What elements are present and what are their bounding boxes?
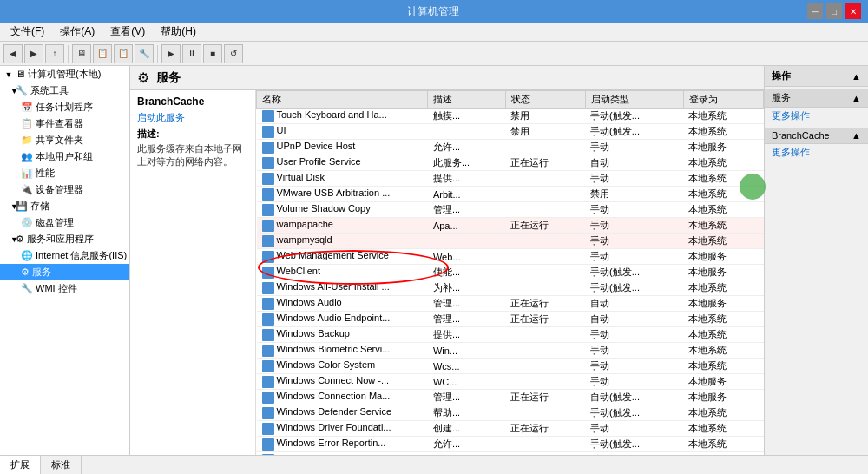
tab-extended[interactable]: 扩展: [0, 456, 41, 474]
table-row[interactable]: Windows Biometric Servi...Win...手动本地系统: [257, 343, 764, 359]
service-startup: 手动: [585, 218, 683, 234]
table-row[interactable]: Windows Connect Now -...WC...手动本地服务: [257, 374, 764, 390]
tab-standard[interactable]: 标准: [41, 456, 82, 474]
table-row[interactable]: Windows Event Collector此服务...手动网络服务: [257, 452, 764, 456]
up-button[interactable]: ↑: [45, 44, 64, 63]
service-status: [505, 265, 585, 280]
col-name[interactable]: 名称: [257, 91, 428, 109]
tree-item-device-manager[interactable]: 🔌 设备管理器: [0, 181, 129, 198]
maximize-button[interactable]: □: [826, 3, 842, 19]
table-row[interactable]: Windows Driver Foundati...创建...正在运行手动本地系…: [257, 421, 764, 437]
menu-help[interactable]: 帮助(H): [154, 23, 203, 41]
menu-bar: 文件(F) 操作(A) 查看(V) 帮助(H): [0, 23, 868, 42]
service-startup: 手动: [585, 140, 683, 155]
service-name: UPnP Device Host: [257, 140, 428, 155]
play-button[interactable]: ▶: [161, 44, 181, 63]
minimize-button[interactable]: ─: [807, 3, 823, 19]
table-row[interactable]: WebClient使能...手动(触发...本地服务: [257, 265, 764, 280]
service-desc: 允许...: [428, 437, 505, 452]
close-button[interactable]: ✕: [845, 3, 861, 19]
service-name: Windows Biometric Servi...: [257, 343, 428, 359]
menu-view[interactable]: 查看(V): [103, 23, 152, 41]
tree-item-iis[interactable]: 🌐 Internet 信息服务(IIS): [0, 247, 129, 264]
service-desc: 此服务...: [428, 452, 505, 456]
back-button[interactable]: ◀: [3, 44, 23, 63]
tree-item-system-tools[interactable]: ▼ 🔧 系统工具: [0, 82, 129, 99]
service-desc: 允许...: [428, 140, 505, 155]
ops-chevron: ▲: [852, 71, 861, 82]
stop-button[interactable]: ■: [203, 44, 222, 63]
more-ops-link[interactable]: 更多操作: [765, 108, 868, 124]
service-icon: [262, 235, 274, 247]
tree-label: 🔧 WMI 控件: [21, 282, 77, 295]
table-row[interactable]: Windows Color SystemWcs...手动本地系统: [257, 359, 764, 374]
restart-button[interactable]: ↺: [224, 44, 243, 63]
table-row[interactable]: VMware USB Arbitration ...Arbit...禁用本地系统: [257, 187, 764, 202]
service-name: Volume Shadow Copy: [257, 202, 428, 218]
show-hide-button[interactable]: 🖥: [72, 44, 91, 63]
table-row[interactable]: Volume Shadow Copy管理...手动本地系统: [257, 202, 764, 218]
service-status: [505, 280, 585, 296]
toolbar-btn-4[interactable]: 🔧: [135, 44, 154, 63]
tree-item-services-apps[interactable]: ▼ ⚙ 服务和应用程序: [0, 231, 129, 247]
tree-item-local-users[interactable]: 👥 本地用户和组: [0, 148, 129, 165]
table-row[interactable]: Windows Backup提供...手动本地系统: [257, 327, 764, 343]
table-row[interactable]: Windows Error Reportin...允许...手动(触发...本地…: [257, 437, 764, 452]
tree-item-disk-management[interactable]: 💿 磁盘管理: [0, 214, 129, 231]
tree-item-shared-folders[interactable]: 📁 共享文件夹: [0, 132, 129, 148]
more-ops-link-2[interactable]: 更多操作: [765, 144, 868, 161]
toolbar-btn-2[interactable]: 📋: [93, 44, 112, 63]
col-status[interactable]: 状态: [505, 91, 585, 109]
col-login[interactable]: 登录为: [683, 91, 763, 109]
service-icon: [262, 376, 274, 388]
table-row[interactable]: Windows Audio管理...正在运行自动本地服务: [257, 296, 764, 312]
pause-button[interactable]: ⏸: [182, 44, 201, 63]
tree-item-storage[interactable]: ▼ 💾 存储: [0, 198, 129, 214]
tree-item-computer[interactable]: ▼ 🖥 计算机管理(本地): [0, 66, 129, 82]
menu-action[interactable]: 操作(A): [53, 23, 102, 41]
service-desc: WC...: [428, 374, 505, 390]
service-icon: [262, 282, 274, 294]
table-row[interactable]: Web Management ServiceWeb...手动本地服务: [257, 249, 764, 265]
table-row[interactable]: Windows Defender Service帮助...手动(触发...本地系…: [257, 405, 764, 421]
table-row[interactable]: User Profile Service此服务...正在运行自动本地系统: [257, 155, 764, 171]
table-row[interactable]: Windows All-User Install ...为补...手动(触发..…: [257, 280, 764, 296]
service-startup: 自动: [585, 296, 683, 312]
col-startup[interactable]: 启动类型: [585, 91, 683, 109]
table-row[interactable]: wampapacheApa...正在运行手动本地系统: [257, 218, 764, 234]
service-desc: Arbit...: [428, 187, 505, 202]
tree-item-event-viewer[interactable]: 📋 事件查看器: [0, 115, 129, 132]
table-row[interactable]: Touch Keyboard and Ha...触摸...禁用手动(触发...本…: [257, 109, 764, 124]
table-row[interactable]: Virtual Disk提供...手动本地系统: [257, 171, 764, 187]
service-status: 正在运行: [505, 421, 585, 437]
tree-item-services[interactable]: ⚙ 服务: [0, 264, 129, 280]
service-status: 正在运行: [505, 155, 585, 171]
forward-button[interactable]: ▶: [24, 44, 43, 63]
service-status: 正在运行: [505, 218, 585, 234]
tree-item-performance[interactable]: 📊 性能: [0, 165, 129, 181]
table-row[interactable]: UI_禁用手动(触发...本地系统: [257, 124, 764, 140]
service-desc: [428, 234, 505, 249]
table-row[interactable]: Windows Connection Ma...管理...正在运行自动(触发..…: [257, 390, 764, 405]
status-bar: 扩展 标准: [0, 455, 868, 474]
table-row[interactable]: UPnP Device Host允许...手动本地服务: [257, 140, 764, 155]
service-startup: 手动(触发...: [585, 124, 683, 140]
menu-file[interactable]: 文件(F): [3, 23, 51, 41]
col-desc[interactable]: 描述: [428, 91, 505, 109]
table-row[interactable]: Windows Audio Endpoint...管理...正在运行自动本地系统: [257, 312, 764, 327]
service-icon: [262, 392, 274, 404]
service-login: 本地系统: [683, 343, 763, 359]
service-login: 本地系统: [683, 280, 763, 296]
service-name: wampmysqld: [257, 234, 428, 249]
service-startup: 禁用: [585, 187, 683, 202]
service-startup: 手动: [585, 359, 683, 374]
expand-icon: ▼: [3, 70, 14, 79]
table-row[interactable]: wampmysqld手动本地系统: [257, 234, 764, 249]
service-startup: 手动: [585, 421, 683, 437]
services-header: ⚙ 服务: [130, 66, 764, 90]
tree-item-wmi[interactable]: 🔧 WMI 控件: [0, 280, 129, 297]
service-status: [505, 171, 585, 187]
start-service-link[interactable]: 启动此服务: [137, 111, 248, 124]
tree-item-task-scheduler[interactable]: 📅 任务计划程序: [0, 99, 129, 115]
toolbar-btn-3[interactable]: 📋: [114, 44, 133, 63]
